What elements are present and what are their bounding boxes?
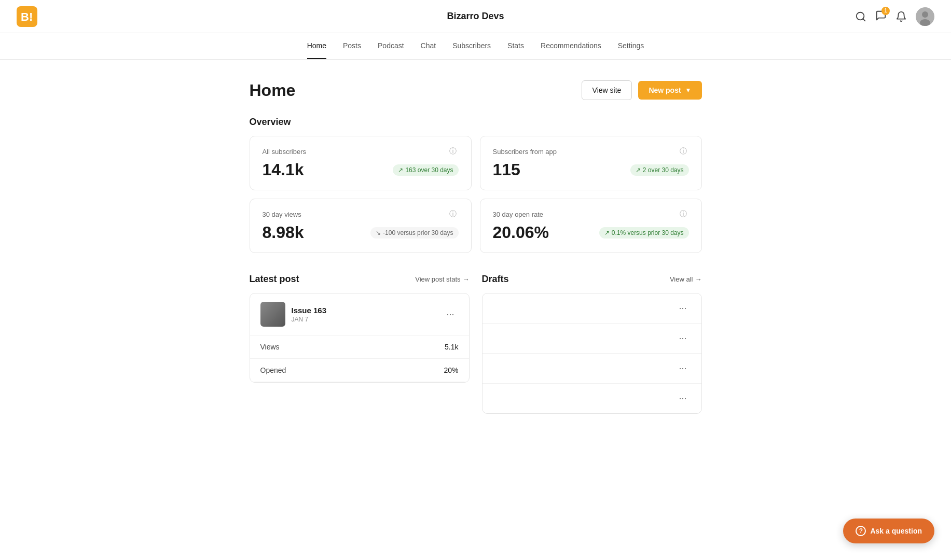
stat-label-app-subscribers: Subscribers from app — [493, 148, 557, 156]
notifications-icon[interactable] — [895, 10, 907, 23]
site-title: Bizarro Devs — [447, 11, 504, 22]
new-post-label: New post — [649, 86, 681, 94]
views-label: Views — [260, 343, 280, 351]
draft-item-2: ··· — [483, 324, 701, 354]
draft-item-3: ··· — [483, 354, 701, 384]
view-post-stats-link[interactable]: View post stats → — [415, 275, 469, 283]
stat-label-all-subscribers: All subscribers — [263, 148, 307, 156]
post-thumbnail-image — [260, 302, 285, 327]
arrow-right-icon-2: → — [695, 275, 702, 283]
nav-item-subscribers[interactable]: Subscribers — [452, 33, 491, 59]
info-icon-30-day-views[interactable]: ⓘ — [449, 209, 459, 219]
post-date: JAN 7 — [292, 316, 327, 323]
drafts-card: ··· ··· ··· ··· — [482, 293, 702, 414]
stat-card-all-subscribers: All subscribers ⓘ 14.1k 163 over 30 days — [250, 136, 472, 190]
view-site-button[interactable]: View site — [582, 80, 632, 100]
overview-title: Overview — [250, 117, 702, 128]
main-content: Home View site New post ▼ Overview All s… — [237, 60, 714, 435]
opened-label: Opened — [260, 366, 286, 374]
draft-more-button-1[interactable]: ··· — [674, 301, 691, 316]
nav-item-chat[interactable]: Chat — [421, 33, 436, 59]
arrow-right-icon: → — [463, 275, 470, 283]
views-value: 5.1k — [445, 343, 458, 351]
draft-more-button-3[interactable]: ··· — [674, 361, 691, 376]
post-title: Issue 163 — [292, 306, 327, 315]
info-icon-open-rate[interactable]: ⓘ — [680, 209, 689, 219]
trend-up-icon-3 — [604, 229, 610, 236]
latest-post-title: Latest post — [250, 274, 299, 285]
search-icon[interactable] — [854, 10, 867, 23]
stat-value-open-rate: 20.06% — [493, 223, 549, 242]
trend-up-icon-2 — [636, 166, 641, 174]
latest-post-section: Latest post View post stats → Issue 163 … — [250, 274, 470, 414]
trend-up-icon — [398, 166, 403, 174]
stat-badge-app-subscribers: 2 over 30 days — [630, 164, 689, 176]
header-actions: 1 — [854, 7, 934, 26]
latest-post-header: Latest post View post stats → — [250, 274, 470, 285]
post-stat-views: Views 5.1k — [250, 335, 469, 359]
page-header: Home View site New post ▼ — [250, 80, 702, 100]
stat-value-all-subscribers: 14.1k — [263, 160, 304, 179]
new-post-button[interactable]: New post ▼ — [638, 81, 701, 100]
trend-down-icon — [376, 229, 381, 236]
info-icon-all-subscribers[interactable]: ⓘ — [449, 147, 459, 156]
nav-item-podcast[interactable]: Podcast — [378, 33, 404, 59]
svg-text:B!: B! — [21, 10, 33, 23]
post-stat-opened: Opened 20% — [250, 359, 469, 382]
svg-point-5 — [922, 11, 928, 18]
info-icon-app-subscribers[interactable]: ⓘ — [680, 147, 689, 156]
message-badge: 1 — [881, 7, 890, 15]
drafts-header: Drafts View all → — [482, 274, 702, 285]
post-more-button[interactable]: ··· — [442, 307, 458, 322]
draft-more-button-4[interactable]: ··· — [674, 391, 691, 406]
drafts-section: Drafts View all → ··· ··· ··· ··· — [482, 274, 702, 414]
nav-item-stats[interactable]: Stats — [507, 33, 524, 59]
stat-card-open-rate: 30 day open rate ⓘ 20.06% 0.1% versus pr… — [480, 199, 702, 253]
stat-card-app-subscribers: Subscribers from app ⓘ 115 2 over 30 day… — [480, 136, 702, 190]
stat-value-30-day-views: 8.98k — [263, 223, 304, 242]
nav-item-recommendations[interactable]: Recommendations — [541, 33, 601, 59]
post-meta: Issue 163 JAN 7 — [292, 306, 327, 323]
opened-value: 20% — [444, 366, 458, 374]
messages-icon[interactable]: 1 — [875, 10, 887, 23]
page-title: Home — [250, 81, 296, 100]
drafts-title: Drafts — [482, 274, 509, 285]
chevron-down-icon: ▼ — [685, 87, 692, 94]
stat-badge-open-rate: 0.1% versus prior 30 days — [599, 227, 689, 239]
bottom-grid: Latest post View post stats → Issue 163 … — [250, 274, 702, 414]
stat-label-30-day-views: 30 day views — [263, 211, 301, 218]
logo-icon: B! — [17, 6, 37, 27]
avatar[interactable] — [916, 7, 934, 26]
header: B! Bizarro Devs 1 — [0, 0, 951, 33]
post-thumbnail — [260, 302, 285, 327]
stat-label-open-rate: 30 day open rate — [493, 211, 544, 218]
view-all-drafts-link[interactable]: View all → — [670, 275, 702, 283]
stat-badge-30-day-views: -100 versus prior 30 days — [370, 227, 458, 239]
page-header-actions: View site New post ▼ — [582, 80, 702, 100]
stat-value-app-subscribers: 115 — [493, 160, 520, 179]
nav-item-posts[interactable]: Posts — [343, 33, 361, 59]
nav-item-settings[interactable]: Settings — [618, 33, 644, 59]
stat-badge-all-subscribers: 163 over 30 days — [393, 164, 458, 176]
draft-more-button-2[interactable]: ··· — [674, 331, 691, 346]
post-card-header: Issue 163 JAN 7 ··· — [250, 293, 469, 335]
post-card: Issue 163 JAN 7 ··· Views 5.1k Opened 20… — [250, 293, 470, 383]
svg-line-3 — [863, 19, 865, 21]
draft-item-1: ··· — [483, 293, 701, 324]
post-card-info: Issue 163 JAN 7 — [260, 302, 327, 327]
nav-item-home[interactable]: Home — [307, 33, 326, 59]
stat-card-30-day-views: 30 day views ⓘ 8.98k -100 versus prior 3… — [250, 199, 472, 253]
draft-item-4: ··· — [483, 384, 701, 413]
main-nav: Home Posts Podcast Chat Subscribers Stat… — [0, 33, 951, 60]
logo[interactable]: B! — [17, 6, 48, 27]
stats-grid: All subscribers ⓘ 14.1k 163 over 30 days… — [250, 136, 702, 253]
